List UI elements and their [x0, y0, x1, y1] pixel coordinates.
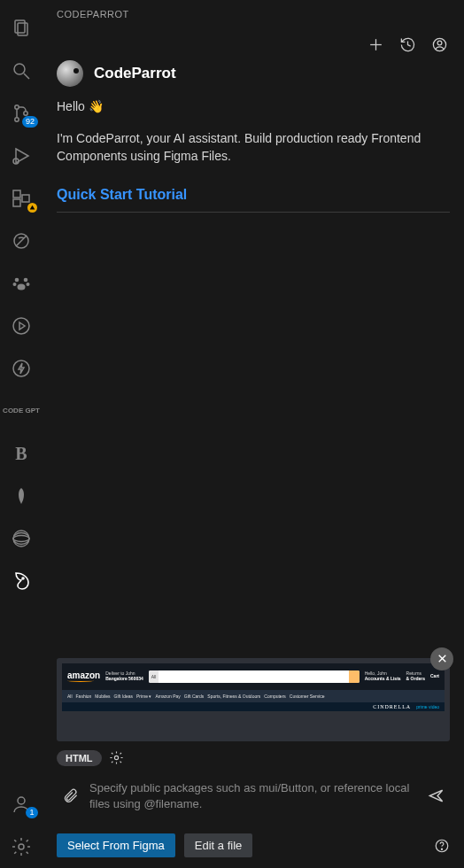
- source-control-icon[interactable]: 92: [0, 92, 43, 135]
- new-chat-icon[interactable]: [365, 34, 386, 55]
- play-circle-icon[interactable]: [0, 305, 43, 347]
- source-control-badge: 92: [22, 116, 38, 128]
- svg-point-34: [114, 756, 118, 760]
- intro-text: I'm CodeParrot, your AI assistant. Build…: [57, 129, 450, 166]
- bolt-icon[interactable]: [0, 347, 43, 390]
- greeting-text: Hello 👋: [57, 99, 450, 113]
- composer-input[interactable]: Specify public packages such as mui/Butt…: [89, 780, 417, 812]
- action-row: Select From Figma Edit a file: [57, 833, 450, 857]
- svg-rect-10: [13, 199, 20, 206]
- svg-rect-0: [15, 20, 25, 33]
- svg-point-27: [19, 844, 24, 849]
- svg-point-19: [13, 318, 29, 334]
- panel-toolbar: [43, 28, 464, 57]
- preview-search: All: [149, 670, 360, 683]
- svg-marker-7: [16, 149, 28, 163]
- svg-point-18: [18, 284, 26, 291]
- svg-point-24: [13, 533, 29, 545]
- svg-rect-9: [13, 190, 20, 198]
- explorer-icon[interactable]: [0, 7, 43, 50]
- language-chip[interactable]: HTML: [57, 750, 102, 766]
- extensions-icon[interactable]: [0, 177, 43, 220]
- codeparrot-activity-icon[interactable]: [0, 560, 43, 602]
- accounts-icon[interactable]: 1: [0, 783, 43, 825]
- svg-point-2: [14, 64, 25, 74]
- brand-row: CodeParrot: [43, 57, 464, 94]
- svg-rect-1: [18, 23, 27, 35]
- leaf-icon[interactable]: [0, 475, 43, 517]
- search-icon[interactable]: [0, 50, 43, 92]
- language-row: HTML: [57, 750, 450, 766]
- composer-input-row: Specify public packages such as mui/Butt…: [57, 773, 450, 833]
- bold-icon[interactable]: B: [0, 432, 43, 475]
- pets-icon[interactable]: [0, 262, 43, 305]
- preview-nav: All Fashion Mobiles Gift Ideas Prime ▾ A…: [62, 690, 445, 702]
- svg-point-16: [13, 283, 17, 286]
- profile-icon[interactable]: [429, 34, 450, 55]
- composer-area: amazon Deliver to John Bangalore 560034 …: [43, 658, 464, 868]
- run-debug-icon[interactable]: [0, 135, 43, 177]
- preview-header: amazon Deliver to John Bangalore 560034 …: [62, 663, 445, 690]
- edit-file-button[interactable]: Edit a file: [184, 833, 252, 857]
- svg-point-36: [441, 849, 442, 849]
- codeparrot-logo: [57, 60, 83, 87]
- attachment-preview: amazon Deliver to John Bangalore 560034 …: [57, 658, 450, 741]
- extensions-warning-badge: [27, 203, 37, 213]
- attach-icon[interactable]: [62, 787, 79, 804]
- send-icon[interactable]: [428, 787, 445, 804]
- svg-rect-11: [22, 195, 29, 202]
- preview-account-links: Hello, JohnAccounts & Lists Returns& Ord…: [365, 671, 439, 681]
- svg-point-5: [15, 118, 19, 121]
- svg-point-31: [437, 41, 442, 45]
- accounts-badge: 1: [26, 807, 38, 818]
- svg-point-14: [15, 278, 19, 283]
- history-icon[interactable]: [397, 34, 418, 55]
- help-icon[interactable]: [434, 838, 450, 854]
- codeparrot-panel: CODEPARROT CodeParrot Hello 👋 I'm CodePa…: [43, 0, 464, 868]
- svg-point-26: [18, 797, 25, 804]
- settings-small-icon[interactable]: [109, 750, 124, 765]
- svg-point-21: [13, 360, 29, 376]
- svg-point-23: [13, 536, 29, 542]
- close-icon[interactable]: [430, 647, 453, 670]
- preview-deliver: Deliver to John Bangalore 560034: [105, 671, 143, 681]
- svg-marker-20: [19, 322, 25, 329]
- chat-content: Hello 👋 I'm CodeParrot, your AI assistan…: [43, 94, 464, 658]
- svg-point-4: [15, 105, 19, 109]
- select-from-figma-button[interactable]: Select From Figma: [57, 833, 175, 857]
- no-bug-icon[interactable]: [0, 220, 43, 262]
- quick-start-link[interactable]: Quick Start Tutorial: [57, 187, 450, 213]
- settings-gear-icon[interactable]: [0, 825, 43, 868]
- panel-title: CODEPARROT: [43, 0, 464, 28]
- svg-point-6: [24, 112, 27, 115]
- preview-banner: CINDRELLA prime video: [62, 702, 445, 711]
- sphere-icon[interactable]: [0, 517, 43, 560]
- wave-emoji: 👋: [89, 99, 104, 113]
- svg-line-3: [24, 74, 29, 79]
- preview-logo: amazon: [67, 670, 100, 682]
- brand-name: CodeParrot: [94, 65, 176, 82]
- svg-point-25: [22, 577, 24, 579]
- svg-point-15: [24, 278, 28, 283]
- svg-point-17: [27, 283, 30, 286]
- codegpt-icon[interactable]: CODE GPT: [0, 390, 43, 432]
- activity-bar: 92 CODE GPT B 1: [0, 0, 43, 868]
